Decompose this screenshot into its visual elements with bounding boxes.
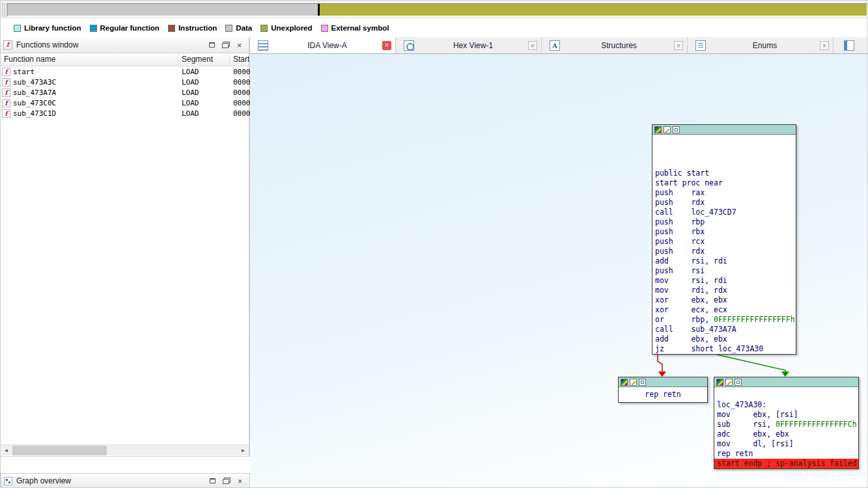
view-tabbar: IDA View-A × Hex View-1 × Structures × E… bbox=[250, 37, 868, 54]
function-row[interactable]: fsub_473C0C LOAD 0000 bbox=[1, 98, 249, 108]
close-button[interactable]: × bbox=[233, 475, 247, 487]
restore-button[interactable] bbox=[206, 475, 219, 487]
block-code: rep retn bbox=[619, 387, 707, 400]
tab-ida-view[interactable]: IDA View-A × bbox=[250, 37, 396, 53]
asm-line[interactable]: add ebx, ebx bbox=[652, 334, 796, 344]
navband-unexplored-segment bbox=[320, 4, 867, 16]
tab-enums[interactable]: Enums × bbox=[688, 37, 833, 53]
asm-line[interactable]: push rbp bbox=[652, 217, 796, 227]
tab-structures[interactable]: Structures × bbox=[542, 37, 688, 53]
block-color-icon[interactable] bbox=[654, 126, 662, 133]
scroll-right-icon[interactable]: ► bbox=[238, 445, 249, 456]
block-color-icon[interactable] bbox=[621, 379, 628, 386]
float-button[interactable] bbox=[219, 475, 233, 487]
asm-line[interactable]: push rsi bbox=[652, 266, 796, 276]
block-group-icon[interactable] bbox=[639, 379, 646, 386]
block-group-icon[interactable] bbox=[673, 126, 680, 133]
tab-close-icon[interactable]: × bbox=[382, 41, 391, 50]
scroll-left-icon[interactable]: ◄ bbox=[1, 445, 12, 456]
basic-block-start[interactable]: public startstart proc nearpush raxpush … bbox=[652, 124, 796, 355]
function-start: 0000 bbox=[230, 109, 250, 118]
asm-line[interactable]: push rdx bbox=[652, 198, 796, 208]
asm-text: add ebx, ebx bbox=[655, 334, 727, 344]
navigation-band[interactable] bbox=[7, 3, 867, 16]
function-row[interactable]: fsub_473A7A LOAD 0000 bbox=[1, 87, 249, 98]
asm-line[interactable]: mov dl, [rsi] bbox=[714, 439, 858, 449]
block-titlebar[interactable] bbox=[619, 377, 707, 387]
asm-line[interactable]: push rdx bbox=[652, 247, 796, 256]
functions-window-titlebar[interactable]: f Functions window × bbox=[1, 37, 249, 53]
structures-icon bbox=[550, 40, 560, 51]
asm-line[interactable]: start proc near bbox=[652, 178, 796, 188]
asm-line[interactable]: push rbx bbox=[652, 227, 796, 237]
function-row[interactable]: fsub_473C1D LOAD 0000 bbox=[1, 108, 249, 118]
asm-text: sub rsi, bbox=[717, 420, 776, 429]
asm-line[interactable]: push rcx bbox=[652, 237, 796, 247]
block-titlebar[interactable] bbox=[652, 125, 796, 135]
close-button[interactable]: × bbox=[232, 39, 246, 51]
asm-text: start proc near bbox=[655, 178, 723, 187]
asm-line[interactable]: sub rsi, 0FFFFFFFFFFFFFFFCh bbox=[714, 420, 858, 429]
asm-line[interactable]: xor ebx, ebx bbox=[652, 295, 796, 305]
toolbar-drag-handle[interactable] bbox=[2, 3, 7, 17]
basic-block-rep-retn[interactable]: rep retn bbox=[618, 377, 708, 403]
asm-line[interactable]: mov rdi, rdx bbox=[652, 286, 796, 295]
function-row[interactable]: fsub_473A3C LOAD 0000 bbox=[1, 77, 249, 87]
asm-line[interactable]: rep retn bbox=[714, 449, 858, 459]
graph-overview-titlebar[interactable]: Graph overview × bbox=[1, 473, 250, 488]
column-function-name[interactable]: Function name bbox=[1, 53, 178, 66]
legend-item-data: Data bbox=[225, 24, 252, 32]
asm-line[interactable]: call sub_473A7A bbox=[652, 325, 796, 334]
functions-list-header: Function name Segment Start bbox=[1, 53, 249, 66]
scrollbar-thumb[interactable] bbox=[12, 446, 107, 455]
asm-text: mov dl, [rsi] bbox=[717, 439, 794, 448]
column-start[interactable]: Start bbox=[230, 53, 250, 66]
asm-line[interactable]: or rbp, 0FFFFFFFFFFFFFFFFh bbox=[652, 315, 796, 325]
asm-line[interactable]: start endp ; sp-analysis failed bbox=[714, 459, 858, 468]
block-color-icon[interactable] bbox=[716, 379, 723, 386]
function-name: sub_473A3C bbox=[13, 78, 56, 87]
asm-line[interactable]: call loc_473CD7 bbox=[652, 208, 796, 217]
tab-hex-view[interactable]: Hex View-1 × bbox=[396, 37, 542, 53]
legend-label: Data bbox=[236, 24, 252, 32]
asm-text: push rsi bbox=[655, 266, 705, 275]
function-segment: LOAD bbox=[178, 109, 230, 118]
block-titlebar[interactable] bbox=[714, 377, 858, 387]
basic-block-loc-473A30[interactable]: loc_473A30:mov ebx, [rsi]sub rsi, 0FFFFF… bbox=[714, 377, 859, 469]
asm-line[interactable]: loc_473A30: bbox=[714, 400, 858, 410]
column-segment[interactable]: Segment bbox=[178, 53, 230, 66]
tab-close-icon[interactable]: × bbox=[528, 41, 537, 50]
restore-button[interactable] bbox=[205, 39, 219, 51]
tab-close-icon[interactable]: × bbox=[674, 41, 683, 50]
functions-list: fstart LOAD 0000 fsub_473A3C LOAD 0000 f… bbox=[1, 66, 249, 118]
asm-line[interactable]: adc ebx, ebx bbox=[714, 429, 858, 439]
graph-view[interactable]: public startstart proc nearpush raxpush … bbox=[250, 54, 868, 488]
block-edit-icon[interactable] bbox=[725, 379, 733, 386]
asm-text: push rcx bbox=[655, 237, 705, 246]
function-name: sub_473C1D bbox=[13, 109, 56, 118]
block-edit-icon[interactable] bbox=[664, 126, 671, 133]
legend-label: Regular function bbox=[100, 24, 160, 32]
horizontal-scrollbar[interactable]: ◄ ► bbox=[1, 444, 249, 455]
block-group-icon[interactable] bbox=[735, 379, 742, 386]
asm-text: loc_473A30: bbox=[717, 400, 766, 409]
function-row[interactable]: fstart LOAD 0000 bbox=[1, 66, 249, 77]
function-icon: f bbox=[2, 99, 10, 107]
asm-line[interactable]: xor ecx, ecx bbox=[652, 305, 796, 315]
block-edit-icon[interactable] bbox=[630, 379, 637, 386]
functions-window: f Functions window × Function name Segme… bbox=[1, 37, 250, 457]
asm-text: jz short loc_473A30 bbox=[655, 344, 763, 353]
asm-text: start endp ; sp-analysis failed bbox=[717, 459, 857, 468]
asm-line[interactable]: add rsi, rdi bbox=[652, 256, 796, 266]
float-button[interactable] bbox=[219, 39, 232, 51]
asm-line[interactable]: push rax bbox=[652, 188, 796, 198]
asm-line[interactable]: public start bbox=[652, 169, 796, 178]
tab-imports[interactable] bbox=[833, 37, 868, 53]
asm-line[interactable]: mov ebx, [rsi] bbox=[714, 410, 858, 420]
tab-close-icon[interactable]: × bbox=[820, 41, 829, 50]
asm-line[interactable]: jz short loc_473A30 bbox=[652, 344, 796, 354]
asm-line[interactable]: rep retn bbox=[619, 390, 707, 400]
asm-text: adc ebx, ebx bbox=[717, 429, 789, 439]
navband-data-segment bbox=[8, 4, 318, 16]
asm-line[interactable]: mov rsi, rdi bbox=[652, 276, 796, 286]
